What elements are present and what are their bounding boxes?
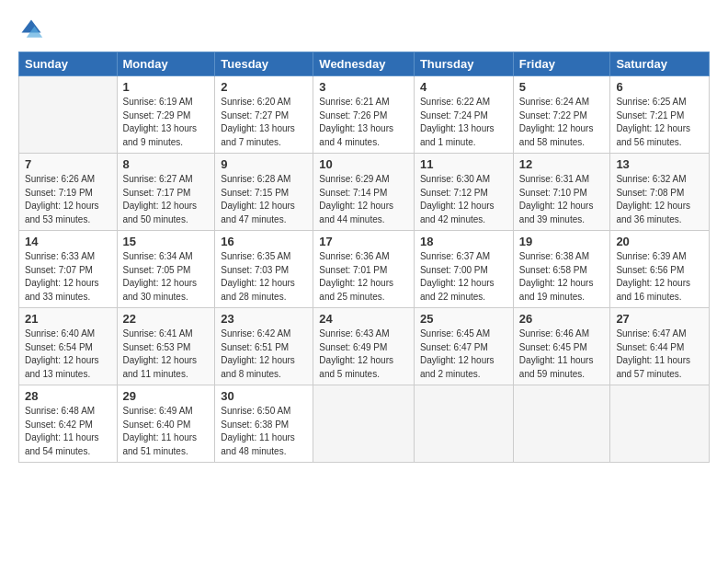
calendar-cell [313, 385, 415, 463]
calendar-cell: 13Sunrise: 6:32 AM Sunset: 7:08 PM Dayli… [610, 154, 710, 231]
day-info: Sunrise: 6:38 AM Sunset: 6:58 PM Dayligh… [519, 250, 605, 304]
day-info: Sunrise: 6:30 AM Sunset: 7:12 PM Dayligh… [420, 173, 507, 226]
day-number: 17 [319, 235, 408, 248]
logo [18, 17, 48, 42]
weekday-header-thursday: Thursday [414, 52, 513, 76]
day-info: Sunrise: 6:22 AM Sunset: 7:24 PM Dayligh… [420, 96, 507, 149]
calendar-cell: 10Sunrise: 6:29 AM Sunset: 7:14 PM Dayli… [313, 154, 415, 231]
weekday-header-tuesday: Tuesday [215, 52, 313, 76]
weekday-header-saturday: Saturday [610, 52, 710, 76]
calendar-week-2: 7Sunrise: 6:26 AM Sunset: 7:19 PM Daylig… [19, 154, 710, 231]
page: SundayMondayTuesdayWednesdayThursdayFrid… [0, 0, 728, 563]
day-number: 1 [123, 80, 210, 94]
day-number: 25 [420, 312, 507, 326]
calendar-week-3: 14Sunrise: 6:33 AM Sunset: 7:07 PM Dayli… [19, 231, 710, 308]
day-number: 3 [319, 80, 408, 94]
calendar-cell: 29Sunrise: 6:49 AM Sunset: 6:40 PM Dayli… [117, 385, 215, 463]
day-info: Sunrise: 6:32 AM Sunset: 7:08 PM Dayligh… [616, 173, 703, 226]
calendar-cell: 11Sunrise: 6:30 AM Sunset: 7:12 PM Dayli… [414, 154, 513, 231]
calendar-table: SundayMondayTuesdayWednesdayThursdayFrid… [18, 52, 710, 463]
day-info: Sunrise: 6:28 AM Sunset: 7:15 PM Dayligh… [221, 173, 307, 226]
calendar-cell: 25Sunrise: 6:45 AM Sunset: 6:47 PM Dayli… [414, 308, 513, 385]
day-number: 26 [519, 312, 605, 326]
day-number: 29 [123, 389, 210, 403]
day-number: 5 [519, 80, 605, 94]
day-number: 27 [616, 312, 703, 326]
day-info: Sunrise: 6:20 AM Sunset: 7:27 PM Dayligh… [221, 96, 307, 149]
day-info: Sunrise: 6:21 AM Sunset: 7:26 PM Dayligh… [319, 96, 408, 149]
calendar-cell: 19Sunrise: 6:38 AM Sunset: 6:58 PM Dayli… [513, 231, 610, 308]
calendar-cell: 28Sunrise: 6:48 AM Sunset: 6:42 PM Dayli… [19, 385, 118, 463]
calendar-cell: 21Sunrise: 6:40 AM Sunset: 6:54 PM Dayli… [19, 308, 118, 385]
calendar-cell: 1Sunrise: 6:19 AM Sunset: 7:29 PM Daylig… [117, 76, 215, 154]
weekday-header-friday: Friday [513, 52, 610, 76]
calendar-week-1: 1Sunrise: 6:19 AM Sunset: 7:29 PM Daylig… [19, 76, 710, 154]
day-number: 21 [25, 312, 111, 326]
weekday-header-wednesday: Wednesday [313, 52, 415, 76]
calendar-cell: 4Sunrise: 6:22 AM Sunset: 7:24 PM Daylig… [414, 76, 513, 154]
logo-icon [18, 17, 44, 42]
day-number: 15 [123, 235, 210, 248]
calendar-week-5: 28Sunrise: 6:48 AM Sunset: 6:42 PM Dayli… [19, 385, 710, 463]
weekday-header-sunday: Sunday [19, 52, 118, 76]
calendar-cell: 7Sunrise: 6:26 AM Sunset: 7:19 PM Daylig… [19, 154, 118, 231]
calendar-cell: 16Sunrise: 6:35 AM Sunset: 7:03 PM Dayli… [215, 231, 313, 308]
calendar-cell: 22Sunrise: 6:41 AM Sunset: 6:53 PM Dayli… [117, 308, 215, 385]
day-number: 23 [221, 312, 307, 326]
calendar-cell: 17Sunrise: 6:36 AM Sunset: 7:01 PM Dayli… [313, 231, 415, 308]
day-info: Sunrise: 6:34 AM Sunset: 7:05 PM Dayligh… [123, 250, 210, 304]
day-info: Sunrise: 6:43 AM Sunset: 6:49 PM Dayligh… [319, 327, 408, 381]
calendar-cell: 2Sunrise: 6:20 AM Sunset: 7:27 PM Daylig… [215, 76, 313, 154]
header [18, 17, 710, 42]
calendar-cell: 14Sunrise: 6:33 AM Sunset: 7:07 PM Dayli… [19, 231, 118, 308]
day-info: Sunrise: 6:48 AM Sunset: 6:42 PM Dayligh… [25, 405, 111, 458]
calendar-cell: 9Sunrise: 6:28 AM Sunset: 7:15 PM Daylig… [215, 154, 313, 231]
day-number: 18 [420, 235, 507, 248]
day-number: 12 [519, 157, 605, 171]
day-number: 14 [25, 235, 111, 248]
day-number: 16 [221, 235, 307, 248]
day-number: 13 [616, 157, 703, 171]
calendar-cell: 24Sunrise: 6:43 AM Sunset: 6:49 PM Dayli… [313, 308, 415, 385]
calendar-cell: 12Sunrise: 6:31 AM Sunset: 7:10 PM Dayli… [513, 154, 610, 231]
day-info: Sunrise: 6:40 AM Sunset: 6:54 PM Dayligh… [25, 327, 111, 381]
day-info: Sunrise: 6:36 AM Sunset: 7:01 PM Dayligh… [319, 250, 408, 304]
day-info: Sunrise: 6:33 AM Sunset: 7:07 PM Dayligh… [25, 250, 111, 304]
calendar-cell [19, 76, 118, 154]
day-info: Sunrise: 6:50 AM Sunset: 6:38 PM Dayligh… [221, 405, 307, 458]
calendar-cell: 23Sunrise: 6:42 AM Sunset: 6:51 PM Dayli… [215, 308, 313, 385]
day-info: Sunrise: 6:39 AM Sunset: 6:56 PM Dayligh… [616, 250, 703, 304]
day-number: 7 [25, 157, 111, 171]
day-info: Sunrise: 6:27 AM Sunset: 7:17 PM Dayligh… [123, 173, 210, 226]
calendar-cell [513, 385, 610, 463]
day-info: Sunrise: 6:42 AM Sunset: 6:51 PM Dayligh… [221, 327, 307, 381]
day-info: Sunrise: 6:49 AM Sunset: 6:40 PM Dayligh… [123, 405, 210, 458]
day-info: Sunrise: 6:29 AM Sunset: 7:14 PM Dayligh… [319, 173, 408, 226]
day-info: Sunrise: 6:37 AM Sunset: 7:00 PM Dayligh… [420, 250, 507, 304]
calendar-cell: 6Sunrise: 6:25 AM Sunset: 7:21 PM Daylig… [610, 76, 710, 154]
calendar-cell: 27Sunrise: 6:47 AM Sunset: 6:44 PM Dayli… [610, 308, 710, 385]
calendar-cell: 3Sunrise: 6:21 AM Sunset: 7:26 PM Daylig… [313, 76, 415, 154]
calendar-header-row: SundayMondayTuesdayWednesdayThursdayFrid… [19, 52, 710, 76]
day-number: 8 [123, 157, 210, 171]
day-info: Sunrise: 6:19 AM Sunset: 7:29 PM Dayligh… [123, 96, 210, 149]
day-info: Sunrise: 6:25 AM Sunset: 7:21 PM Dayligh… [616, 96, 703, 149]
day-number: 9 [221, 157, 307, 171]
calendar-cell: 26Sunrise: 6:46 AM Sunset: 6:45 PM Dayli… [513, 308, 610, 385]
day-info: Sunrise: 6:46 AM Sunset: 6:45 PM Dayligh… [519, 327, 605, 381]
calendar-cell: 5Sunrise: 6:24 AM Sunset: 7:22 PM Daylig… [513, 76, 610, 154]
calendar-cell: 8Sunrise: 6:27 AM Sunset: 7:17 PM Daylig… [117, 154, 215, 231]
day-number: 24 [319, 312, 408, 326]
day-info: Sunrise: 6:41 AM Sunset: 6:53 PM Dayligh… [123, 327, 210, 381]
day-number: 10 [319, 157, 408, 171]
calendar-cell: 18Sunrise: 6:37 AM Sunset: 7:00 PM Dayli… [414, 231, 513, 308]
day-number: 4 [420, 80, 507, 94]
day-number: 20 [616, 235, 703, 248]
day-info: Sunrise: 6:45 AM Sunset: 6:47 PM Dayligh… [420, 327, 507, 381]
day-number: 22 [123, 312, 210, 326]
calendar-week-4: 21Sunrise: 6:40 AM Sunset: 6:54 PM Dayli… [19, 308, 710, 385]
calendar-cell: 15Sunrise: 6:34 AM Sunset: 7:05 PM Dayli… [117, 231, 215, 308]
day-number: 11 [420, 157, 507, 171]
day-info: Sunrise: 6:31 AM Sunset: 7:10 PM Dayligh… [519, 173, 605, 226]
day-info: Sunrise: 6:47 AM Sunset: 6:44 PM Dayligh… [616, 327, 703, 381]
